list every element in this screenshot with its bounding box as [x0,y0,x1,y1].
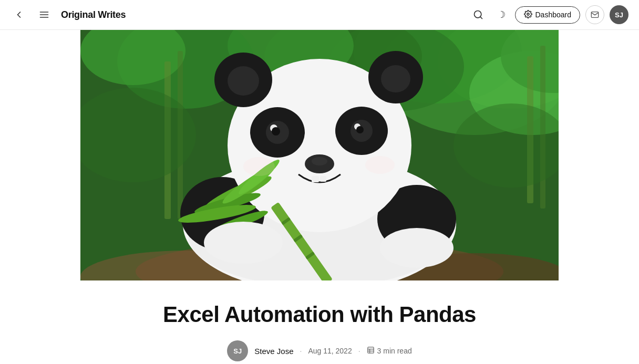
hero-image-wrapper [80,30,559,280]
svg-point-56 [380,228,454,268]
author-row: SJ Steve Jose · Aug 11, 2022 · 3 min rea… [227,340,411,361]
dashboard-label: Dashboard [535,11,572,19]
dot-separator-1: · [300,347,302,355]
moon-icon: ☽ [497,10,506,19]
user-avatar-button[interactable]: SJ [610,5,628,24]
article-date: Aug 11, 2022 [308,347,352,355]
svg-point-5 [527,13,529,15]
svg-point-42 [312,157,327,165]
site-title: Original Writes [61,9,126,20]
navbar: Original Writes ☽ Dashboard [0,0,639,30]
hero-image [80,30,559,280]
svg-point-55 [204,222,283,264]
dark-mode-button[interactable]: ☽ [493,6,510,24]
gear-icon [524,10,532,20]
dashboard-button[interactable]: Dashboard [515,6,581,24]
svg-point-32 [381,65,410,92]
svg-line-4 [480,17,482,19]
svg-point-40 [356,126,364,133]
author-avatar: SJ [227,340,248,361]
svg-rect-44 [320,176,326,182]
email-icon [591,11,599,19]
svg-point-57 [243,157,275,176]
article-title: Excel Automation with Pandas [163,301,476,328]
search-button[interactable] [469,5,488,24]
svg-point-58 [365,156,395,174]
svg-point-31 [228,66,259,96]
author-name[interactable]: Steve Jose [254,347,293,356]
hamburger-icon [39,9,49,20]
search-icon [473,9,483,20]
svg-rect-43 [312,176,319,182]
panda-illustration [80,30,559,280]
svg-point-39 [272,127,280,136]
svg-rect-61 [367,347,373,353]
back-chevron-icon [14,9,24,20]
subscribe-button[interactable] [585,5,604,24]
menu-button[interactable] [36,6,53,23]
read-time: 3 min read [377,347,412,355]
read-time-wrapper: 3 min read [367,346,412,356]
back-button[interactable] [11,6,27,23]
navbar-right: ☽ Dashboard SJ [469,5,629,24]
dot-separator-2: · [358,347,360,355]
main-content: Excel Automation with Pandas SJ Steve Jo… [0,30,639,364]
navbar-left: Original Writes [11,6,126,23]
book-icon [367,346,375,356]
